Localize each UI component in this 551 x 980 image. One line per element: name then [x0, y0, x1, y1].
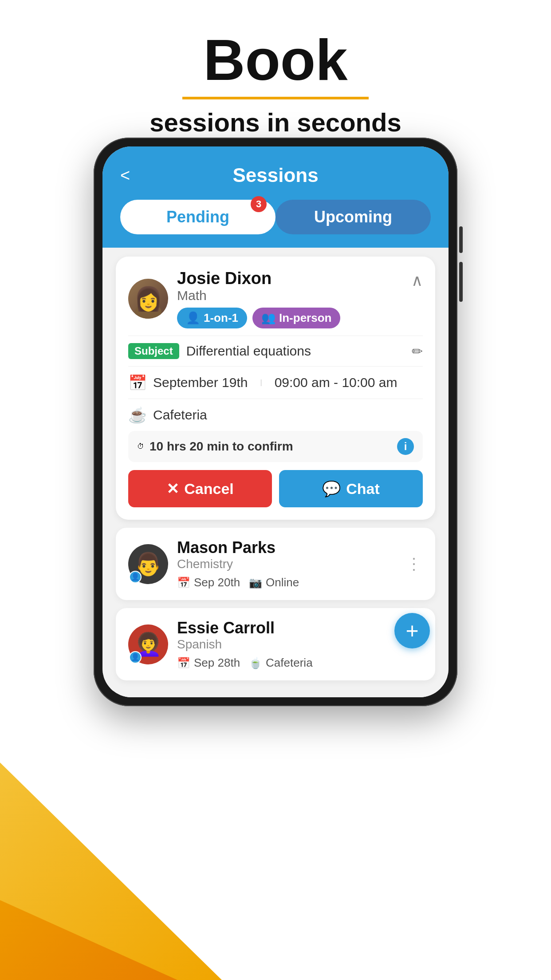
tag-inperson: 👥 In-person: [252, 308, 340, 328]
top-text-area: Book sessions in seconds: [0, 0, 551, 137]
edit-icon[interactable]: ✏: [412, 344, 423, 359]
location-icon-essie: 🍵: [249, 657, 262, 669]
location-icon: ☕: [128, 406, 146, 424]
volume-button-2: [459, 262, 463, 302]
session-location: Cafeteria: [153, 407, 207, 423]
calendar-icon-mason: 📅: [177, 577, 190, 589]
compact-card-essie: 👤 Essie Carroll Spanish 📅 Sep 28th: [116, 608, 435, 680]
mason-meta: 📅 Sep 20th 📷 Online: [177, 576, 397, 589]
timer-icon: ⏱: [137, 443, 144, 450]
tab-upcoming-label: Upcoming: [314, 208, 392, 226]
cancel-label: Cancel: [184, 480, 234, 498]
page-subtitle: sessions in seconds: [0, 107, 551, 137]
collapse-button[interactable]: ∧: [411, 271, 423, 290]
confirm-timer-row: ⏱ 10 hrs 20 min to confirm i: [128, 431, 423, 462]
session-tags: 👤 1-on-1 👥 In-person: [177, 308, 340, 328]
avatar-josie: [128, 279, 168, 319]
card-header-row: Josie Dixon Math 👤 1-on-1 👥: [128, 269, 423, 328]
screen-title: Sessions: [232, 164, 318, 186]
info-icon[interactable]: i: [397, 438, 414, 455]
essie-meta: 📅 Sep 28th 🍵 Cafeteria: [177, 656, 423, 670]
session-date: September 19th: [153, 375, 248, 390]
person-icon: 👤: [186, 311, 200, 325]
group-icon: 👥: [261, 311, 276, 325]
pending-badge: 3: [251, 196, 267, 212]
mason-subject: Chemistry: [177, 557, 397, 571]
location-row: ☕ Cafeteria: [128, 406, 423, 424]
cancel-icon: ✕: [166, 480, 179, 498]
expanded-session-card: Josie Dixon Math 👤 1-on-1 👥: [116, 257, 435, 520]
essie-info: Essie Carroll Spanish 📅 Sep 28th 🍵 Cafet…: [177, 619, 423, 670]
app-screen: < Sessions Pending 3 Upcoming: [102, 146, 449, 697]
tag-1on1: 👤 1-on-1: [177, 308, 247, 328]
more-options-mason[interactable]: ⋮: [406, 555, 423, 573]
volume-button-1: [459, 226, 463, 253]
avatar-container-essie: 👤: [128, 624, 168, 664]
essie-date: 📅 Sep 28th: [177, 656, 240, 670]
essie-subject: Spanish: [177, 637, 423, 652]
divider-3: [128, 399, 423, 399]
subject-row: Subject Differential equations ✏: [128, 343, 423, 359]
page-main-title: Book: [0, 31, 551, 89]
calendar-icon-essie: 📅: [177, 657, 190, 669]
chat-icon: 💬: [322, 480, 341, 498]
divider-1: [128, 336, 423, 336]
divider-2: [128, 366, 423, 367]
subject-value: Differential equations: [186, 344, 405, 359]
tutor-name: Josie Dixon: [177, 269, 340, 288]
session-time: 09:00 am - 10:00 am: [275, 375, 398, 390]
mason-mode: 📷 Online: [249, 576, 299, 589]
phone-container: < Sessions Pending 3 Upcoming: [94, 138, 457, 706]
mason-name: Mason Parks: [177, 538, 397, 557]
avatar-container-mason: 👤: [128, 544, 168, 584]
subject-badge: Subject: [128, 343, 179, 359]
tutor-info: Josie Dixon Math 👤 1-on-1 👥: [128, 269, 340, 328]
avatar-badge-essie: 👤: [129, 651, 142, 664]
avatar-badge-mason: 👤: [129, 571, 142, 583]
tab-upcoming[interactable]: Upcoming: [276, 200, 431, 234]
chat-button[interactable]: 💬 Chat: [279, 470, 423, 507]
tutor-subject: Math: [177, 288, 340, 303]
essie-name: Essie Carroll: [177, 619, 423, 637]
phone-outer-frame: < Sessions Pending 3 Upcoming: [94, 138, 457, 706]
tab-switcher: Pending 3 Upcoming: [102, 200, 449, 248]
compact-card-mason: 👤 Mason Parks Chemistry 📅 Sep 20th: [116, 528, 435, 600]
tutor-details: Josie Dixon Math 👤 1-on-1 👥: [177, 269, 340, 328]
phone-screen: < Sessions Pending 3 Upcoming: [102, 146, 449, 697]
mason-info: Mason Parks Chemistry 📅 Sep 20th 📷 Onlin…: [177, 538, 397, 589]
confirm-text: 10 hrs 20 min to confirm: [150, 439, 293, 454]
fab-button[interactable]: +: [394, 613, 430, 648]
essie-location: 🍵 Cafeteria: [249, 656, 313, 670]
mason-date: 📅 Sep 20th: [177, 576, 240, 589]
confirm-left: ⏱ 10 hrs 20 min to confirm: [137, 439, 293, 454]
chat-label: Chat: [346, 480, 380, 498]
tab-pending-label: Pending: [166, 208, 229, 226]
back-button[interactable]: <: [120, 166, 130, 185]
time-separator: |: [260, 379, 262, 387]
cancel-button[interactable]: ✕ Cancel: [128, 470, 272, 507]
title-divider: [182, 97, 369, 99]
tab-pending[interactable]: Pending 3: [120, 200, 276, 234]
calendar-icon: 📅: [128, 374, 146, 391]
action-buttons: ✕ Cancel 💬 Chat: [128, 470, 423, 507]
datetime-row: 📅 September 19th | 09:00 am - 10:00 am: [128, 374, 423, 391]
fab-icon: +: [405, 618, 418, 644]
video-icon-mason: 📷: [249, 577, 262, 589]
app-header: < Sessions: [102, 146, 449, 200]
